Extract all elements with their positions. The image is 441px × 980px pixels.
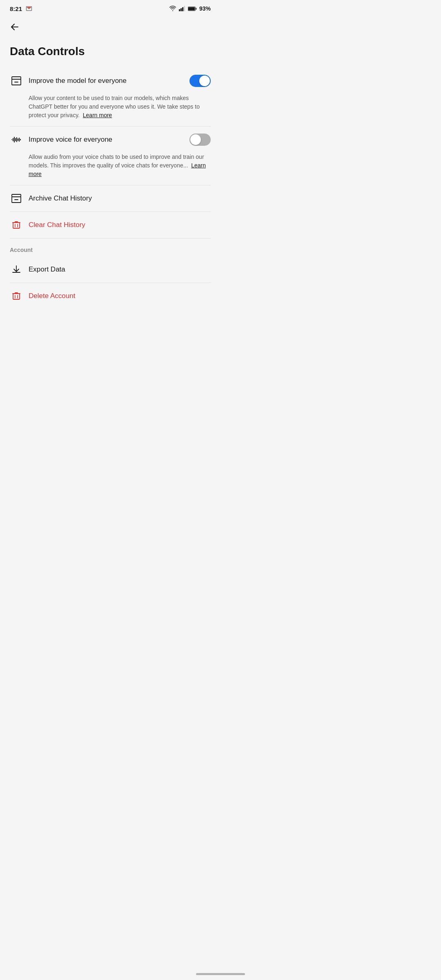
svg-rect-1 bbox=[179, 9, 180, 11]
delete-account-icon bbox=[10, 290, 23, 303]
status-time: 8:21 bbox=[10, 5, 22, 12]
improve-model-learn-more[interactable]: Learn more bbox=[83, 112, 112, 118]
improve-voice-row[interactable]: Improve voice for everyone bbox=[7, 127, 214, 153]
svg-rect-20 bbox=[13, 223, 20, 228]
signal-icon bbox=[179, 6, 185, 11]
battery-pct: 93% bbox=[199, 5, 211, 12]
archive-chat-icon bbox=[10, 192, 23, 205]
export-data-row[interactable]: Export Data bbox=[7, 256, 214, 283]
delete-account-row[interactable]: Delete Account bbox=[7, 283, 214, 309]
svg-rect-7 bbox=[188, 7, 195, 10]
svg-rect-4 bbox=[184, 6, 185, 11]
account-section-header: Account bbox=[7, 238, 214, 256]
battery-icon bbox=[188, 6, 197, 11]
improve-model-label: Improve the model for everyone bbox=[29, 77, 184, 85]
improve-voice-toggle[interactable] bbox=[189, 134, 211, 146]
improve-voice-label: Improve voice for everyone bbox=[29, 136, 184, 144]
archive-chat-label: Archive Chat History bbox=[29, 194, 211, 203]
settings-section: Improve the model for everyone Allow you… bbox=[0, 68, 220, 309]
svg-rect-23 bbox=[13, 294, 20, 299]
back-arrow-icon bbox=[10, 22, 20, 32]
clear-chat-icon bbox=[10, 218, 23, 232]
export-data-icon bbox=[10, 263, 23, 276]
improve-voice-description: Allow audio from your voice chats to be … bbox=[7, 153, 214, 185]
delete-account-label: Delete Account bbox=[29, 292, 211, 300]
back-button[interactable] bbox=[0, 16, 220, 38]
improve-model-icon bbox=[10, 74, 23, 87]
gmail-icon bbox=[25, 5, 33, 12]
wifi-icon bbox=[169, 6, 176, 11]
improve-voice-icon bbox=[10, 133, 23, 146]
svg-rect-6 bbox=[196, 8, 196, 10]
status-bar: 8:21 93% bbox=[0, 0, 220, 16]
improve-model-toggle[interactable] bbox=[189, 75, 211, 87]
export-data-label: Export Data bbox=[29, 265, 211, 274]
svg-rect-2 bbox=[180, 8, 182, 11]
status-left: 8:21 bbox=[10, 5, 33, 12]
clear-chat-label: Clear Chat History bbox=[29, 221, 211, 229]
status-right: 93% bbox=[169, 5, 211, 12]
improve-model-row[interactable]: Improve the model for everyone bbox=[7, 68, 214, 94]
svg-rect-3 bbox=[182, 7, 183, 11]
page-title: Data Controls bbox=[0, 38, 220, 68]
clear-chat-history-row[interactable]: Clear Chat History bbox=[7, 212, 214, 238]
archive-chat-history-row[interactable]: Archive Chat History bbox=[7, 185, 214, 212]
improve-model-description: Allow your content to be used to train o… bbox=[7, 94, 214, 126]
